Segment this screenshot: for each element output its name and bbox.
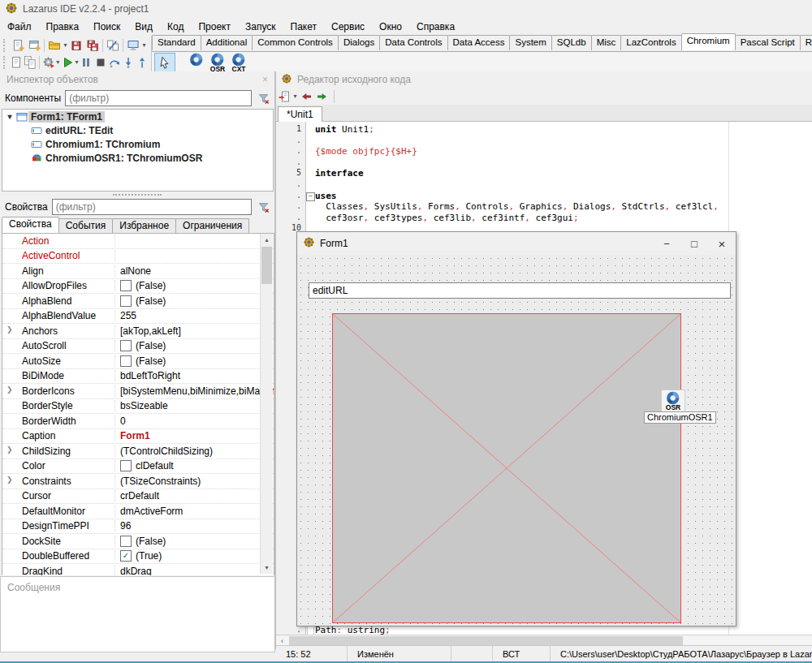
pause-button[interactable]: [80, 54, 93, 71]
property-row-docksite[interactable]: DockSite(False): [2, 534, 274, 549]
fold-collapse-icon[interactable]: −: [306, 192, 315, 201]
menu-правка[interactable]: Правка: [39, 18, 87, 36]
palette-tab-system[interactable]: System: [509, 35, 551, 50]
property-row-bidimode[interactable]: BiDiModebdLeftToRight: [2, 369, 274, 385]
clear-filter-button[interactable]: [254, 198, 272, 216]
run-button[interactable]: [60, 54, 74, 71]
property-row-caption[interactable]: CaptionForm1: [2, 429, 274, 445]
build-button[interactable]: [41, 54, 55, 71]
property-row-action[interactable]: Action: [2, 234, 274, 249]
property-value[interactable]: (TControlChildSizing): [115, 446, 274, 457]
menu-справка[interactable]: Справка: [409, 18, 462, 36]
expand-icon[interactable]: ❯: [6, 476, 13, 484]
chromium-control[interactable]: OSR ChromiumOSR1: [332, 313, 681, 623]
property-value[interactable]: [biSystemMenu,biMinimize,biMaximize]: [115, 385, 274, 397]
minimize-button[interactable]: −: [653, 232, 680, 255]
property-value[interactable]: [akTop,akLeft]: [115, 325, 274, 337]
property-value[interactable]: (TSizeConstraints): [115, 476, 274, 487]
menu-пакет[interactable]: Пакет: [283, 18, 324, 36]
property-value[interactable]: 255: [115, 310, 274, 321]
palette-tab-lazcontrols[interactable]: LazControls: [620, 35, 681, 50]
tchromiumosr-component[interactable]: OSR: [208, 53, 227, 72]
menu-код[interactable]: Код: [160, 18, 191, 36]
jump-forward-button[interactable]: [314, 88, 330, 105]
menu-запуск[interactable]: Запуск: [238, 18, 283, 36]
property-row-alphablendvalue[interactable]: AlphaBlendValue255: [2, 309, 274, 325]
tree-item-chromium1[interactable]: Chromium1: TChromium: [2, 137, 273, 151]
property-row-doublebuffered[interactable]: DoubleBuffered✓(True): [2, 549, 274, 565]
property-row-alphablend[interactable]: AlphaBlend(False): [2, 294, 274, 309]
scrollbar-thumb[interactable]: [289, 636, 683, 645]
property-value[interactable]: alNone: [115, 265, 274, 277]
menu-файл[interactable]: Файл: [0, 18, 39, 36]
property-row-borderstyle[interactable]: BorderStylebsSizeable: [2, 399, 274, 415]
property-row-designtimeppi[interactable]: DesignTimePPI96: [2, 519, 274, 535]
palette-tab-additional[interactable]: Additional: [201, 35, 253, 50]
close-icon[interactable]: ×: [262, 74, 268, 85]
property-value[interactable]: (False): [115, 355, 274, 367]
expand-icon[interactable]: ❯: [6, 385, 13, 394]
step-into-button[interactable]: [121, 54, 135, 71]
property-row-activecontrol[interactable]: ActiveControl: [2, 249, 274, 265]
expand-icon[interactable]: ❯: [6, 446, 13, 454]
inspector-tab-ограничения[interactable]: Ограничения: [175, 218, 249, 233]
property-value[interactable]: 0: [115, 415, 274, 427]
property-value[interactable]: 96: [115, 520, 274, 532]
menu-сервис[interactable]: Сервис: [324, 18, 372, 36]
property-value[interactable]: clDefault: [115, 460, 274, 471]
tree-item-editurl[interactable]: editURL: TEdit: [2, 123, 273, 137]
color-swatch[interactable]: [120, 460, 132, 471]
tab-unit1[interactable]: *Unit1: [278, 106, 322, 122]
property-grid-scrollbar[interactable]: ▲ ▼: [260, 234, 273, 574]
view-unit-button[interactable]: [10, 54, 24, 71]
open-button-dropdown-icon[interactable]: ▾: [63, 41, 68, 49]
properties-filter-input[interactable]: [52, 199, 252, 215]
property-row-color[interactable]: ColorclDefault: [2, 459, 274, 475]
inspector-tab-события[interactable]: События: [58, 218, 114, 233]
tchromium-component[interactable]: [187, 53, 206, 72]
editor-horizontal-scrollbar[interactable]: ‹: [276, 635, 812, 646]
editurl-textbox[interactable]: [309, 282, 731, 299]
save-button[interactable]: [68, 37, 84, 54]
step-over-button[interactable]: [107, 54, 121, 71]
checkbox-unchecked[interactable]: [120, 295, 132, 307]
save-all-button[interactable]: [84, 37, 101, 54]
tree-item-form1[interactable]: ▾Form1: TForm1: [2, 110, 273, 123]
stop-button[interactable]: [93, 54, 107, 71]
palette-tab-data-access[interactable]: Data Access: [447, 35, 511, 50]
palette-tab-common-controls[interactable]: Common Controls: [252, 35, 339, 50]
new-unit-button[interactable]: [10, 37, 26, 54]
form-design-surface[interactable]: OSR ChromiumOSR1: [297, 255, 736, 626]
scroll-left-icon[interactable]: ‹: [277, 636, 287, 645]
palette-tab-chromium[interactable]: Chromium: [681, 33, 736, 50]
property-row-bordericons[interactable]: ❯BorderIcons[biSystemMenu,biMinimize,biM…: [2, 384, 274, 399]
palette-tab-dialogs[interactable]: Dialogs: [338, 35, 380, 50]
palette-tab-rtti[interactable]: RTTI: [800, 35, 812, 50]
toggle-form-unit-button[interactable]: [105, 37, 121, 54]
property-row-anchors[interactable]: ❯Anchors[akTop,akLeft]: [2, 324, 274, 339]
menu-проект[interactable]: Проект: [191, 18, 238, 36]
property-row-constraints[interactable]: ❯Constraints(TSizeConstraints): [2, 474, 274, 489]
form-title-bar[interactable]: Form1 − □ ×: [297, 232, 736, 255]
tchromiumcxt-component[interactable]: CXT: [229, 53, 248, 72]
palette-tab-standard[interactable]: Standard: [152, 35, 201, 50]
components-filter-input[interactable]: [65, 90, 252, 106]
run-button-dropdown-icon[interactable]: ▾: [75, 58, 80, 66]
property-value[interactable]: bsSizeable: [115, 400, 274, 411]
property-row-childsizing[interactable]: ❯ChildSizing(TControlChildSizing): [2, 444, 274, 459]
clear-filter-button[interactable]: [254, 89, 272, 107]
menu-вид[interactable]: Вид: [127, 18, 160, 36]
menu-окно[interactable]: Окно: [372, 18, 409, 36]
close-button[interactable]: ×: [708, 232, 736, 255]
property-row-autosize[interactable]: AutoSize(False): [2, 354, 274, 369]
property-row-autoscroll[interactable]: AutoScroll(False): [2, 339, 274, 355]
property-row-dragkind[interactable]: DragKinddkDrag: [2, 564, 274, 575]
property-value[interactable]: crDefault: [115, 490, 274, 502]
property-value[interactable]: Form1: [115, 430, 274, 441]
jump-back-button[interactable]: [298, 88, 314, 105]
property-value[interactable]: dmActiveForm: [115, 506, 274, 517]
property-value[interactable]: (False): [115, 295, 274, 307]
property-value[interactable]: ✓(True): [115, 550, 274, 562]
view-windows-button-dropdown-icon[interactable]: ▾: [141, 41, 147, 49]
jump-to-section-button[interactable]: [276, 88, 292, 105]
